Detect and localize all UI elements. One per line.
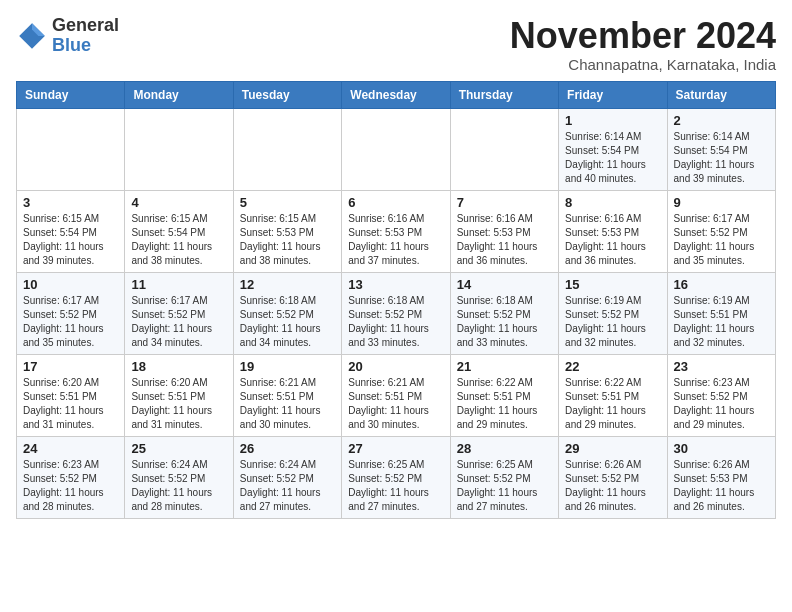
page-header: General Blue November 2024 Channapatna, … [16, 16, 776, 73]
day-info: Sunrise: 6:14 AM Sunset: 5:54 PM Dayligh… [674, 130, 769, 186]
calendar-cell: 23Sunrise: 6:23 AM Sunset: 5:52 PM Dayli… [667, 354, 775, 436]
day-number: 7 [457, 195, 552, 210]
day-number: 10 [23, 277, 118, 292]
day-info: Sunrise: 6:15 AM Sunset: 5:54 PM Dayligh… [23, 212, 118, 268]
calendar-cell: 11Sunrise: 6:17 AM Sunset: 5:52 PM Dayli… [125, 272, 233, 354]
day-info: Sunrise: 6:25 AM Sunset: 5:52 PM Dayligh… [457, 458, 552, 514]
day-number: 5 [240, 195, 335, 210]
calendar-cell: 12Sunrise: 6:18 AM Sunset: 5:52 PM Dayli… [233, 272, 341, 354]
calendar-cell: 24Sunrise: 6:23 AM Sunset: 5:52 PM Dayli… [17, 436, 125, 518]
calendar-header: SundayMondayTuesdayWednesdayThursdayFrid… [17, 81, 776, 108]
day-info: Sunrise: 6:19 AM Sunset: 5:51 PM Dayligh… [674, 294, 769, 350]
day-info: Sunrise: 6:16 AM Sunset: 5:53 PM Dayligh… [457, 212, 552, 268]
day-number: 2 [674, 113, 769, 128]
day-info: Sunrise: 6:18 AM Sunset: 5:52 PM Dayligh… [240, 294, 335, 350]
title-block: November 2024 Channapatna, Karnataka, In… [510, 16, 776, 73]
day-number: 3 [23, 195, 118, 210]
calendar-table: SundayMondayTuesdayWednesdayThursdayFrid… [16, 81, 776, 519]
calendar-cell [17, 108, 125, 190]
calendar-cell: 17Sunrise: 6:20 AM Sunset: 5:51 PM Dayli… [17, 354, 125, 436]
calendar-cell: 25Sunrise: 6:24 AM Sunset: 5:52 PM Dayli… [125, 436, 233, 518]
day-number: 30 [674, 441, 769, 456]
location-subtitle: Channapatna, Karnataka, India [510, 56, 776, 73]
day-number: 12 [240, 277, 335, 292]
calendar-cell: 22Sunrise: 6:22 AM Sunset: 5:51 PM Dayli… [559, 354, 667, 436]
day-info: Sunrise: 6:18 AM Sunset: 5:52 PM Dayligh… [457, 294, 552, 350]
day-info: Sunrise: 6:14 AM Sunset: 5:54 PM Dayligh… [565, 130, 660, 186]
calendar-cell: 20Sunrise: 6:21 AM Sunset: 5:51 PM Dayli… [342, 354, 450, 436]
calendar-cell: 29Sunrise: 6:26 AM Sunset: 5:52 PM Dayli… [559, 436, 667, 518]
day-info: Sunrise: 6:16 AM Sunset: 5:53 PM Dayligh… [565, 212, 660, 268]
calendar-cell: 30Sunrise: 6:26 AM Sunset: 5:53 PM Dayli… [667, 436, 775, 518]
calendar-cell: 7Sunrise: 6:16 AM Sunset: 5:53 PM Daylig… [450, 190, 558, 272]
calendar-cell: 6Sunrise: 6:16 AM Sunset: 5:53 PM Daylig… [342, 190, 450, 272]
calendar-cell: 5Sunrise: 6:15 AM Sunset: 5:53 PM Daylig… [233, 190, 341, 272]
logo: General Blue [16, 16, 119, 56]
calendar-cell: 13Sunrise: 6:18 AM Sunset: 5:52 PM Dayli… [342, 272, 450, 354]
logo-text: General Blue [52, 16, 119, 56]
day-number: 22 [565, 359, 660, 374]
day-number: 29 [565, 441, 660, 456]
logo-icon [16, 20, 48, 52]
calendar-cell: 27Sunrise: 6:25 AM Sunset: 5:52 PM Dayli… [342, 436, 450, 518]
calendar-cell [450, 108, 558, 190]
weekday-header: Sunday [17, 81, 125, 108]
calendar-cell: 16Sunrise: 6:19 AM Sunset: 5:51 PM Dayli… [667, 272, 775, 354]
calendar-cell [342, 108, 450, 190]
day-number: 16 [674, 277, 769, 292]
weekday-header: Monday [125, 81, 233, 108]
day-info: Sunrise: 6:20 AM Sunset: 5:51 PM Dayligh… [131, 376, 226, 432]
day-info: Sunrise: 6:17 AM Sunset: 5:52 PM Dayligh… [674, 212, 769, 268]
day-number: 8 [565, 195, 660, 210]
day-info: Sunrise: 6:22 AM Sunset: 5:51 PM Dayligh… [457, 376, 552, 432]
day-number: 15 [565, 277, 660, 292]
weekday-header: Wednesday [342, 81, 450, 108]
day-number: 24 [23, 441, 118, 456]
calendar-cell: 10Sunrise: 6:17 AM Sunset: 5:52 PM Dayli… [17, 272, 125, 354]
logo-blue: Blue [52, 36, 119, 56]
day-number: 26 [240, 441, 335, 456]
calendar-week-row: 1Sunrise: 6:14 AM Sunset: 5:54 PM Daylig… [17, 108, 776, 190]
calendar-cell: 8Sunrise: 6:16 AM Sunset: 5:53 PM Daylig… [559, 190, 667, 272]
day-number: 20 [348, 359, 443, 374]
calendar-cell: 26Sunrise: 6:24 AM Sunset: 5:52 PM Dayli… [233, 436, 341, 518]
calendar-cell [233, 108, 341, 190]
day-info: Sunrise: 6:21 AM Sunset: 5:51 PM Dayligh… [240, 376, 335, 432]
day-number: 19 [240, 359, 335, 374]
calendar-cell: 15Sunrise: 6:19 AM Sunset: 5:52 PM Dayli… [559, 272, 667, 354]
day-info: Sunrise: 6:18 AM Sunset: 5:52 PM Dayligh… [348, 294, 443, 350]
day-info: Sunrise: 6:17 AM Sunset: 5:52 PM Dayligh… [23, 294, 118, 350]
calendar-cell: 18Sunrise: 6:20 AM Sunset: 5:51 PM Dayli… [125, 354, 233, 436]
weekday-row: SundayMondayTuesdayWednesdayThursdayFrid… [17, 81, 776, 108]
day-number: 13 [348, 277, 443, 292]
day-number: 27 [348, 441, 443, 456]
weekday-header: Tuesday [233, 81, 341, 108]
day-info: Sunrise: 6:25 AM Sunset: 5:52 PM Dayligh… [348, 458, 443, 514]
calendar-cell: 19Sunrise: 6:21 AM Sunset: 5:51 PM Dayli… [233, 354, 341, 436]
weekday-header: Saturday [667, 81, 775, 108]
day-number: 6 [348, 195, 443, 210]
calendar-cell: 28Sunrise: 6:25 AM Sunset: 5:52 PM Dayli… [450, 436, 558, 518]
day-number: 18 [131, 359, 226, 374]
day-info: Sunrise: 6:24 AM Sunset: 5:52 PM Dayligh… [131, 458, 226, 514]
weekday-header: Thursday [450, 81, 558, 108]
day-info: Sunrise: 6:15 AM Sunset: 5:53 PM Dayligh… [240, 212, 335, 268]
day-number: 21 [457, 359, 552, 374]
day-number: 4 [131, 195, 226, 210]
calendar-week-row: 10Sunrise: 6:17 AM Sunset: 5:52 PM Dayli… [17, 272, 776, 354]
day-info: Sunrise: 6:26 AM Sunset: 5:53 PM Dayligh… [674, 458, 769, 514]
day-info: Sunrise: 6:21 AM Sunset: 5:51 PM Dayligh… [348, 376, 443, 432]
day-info: Sunrise: 6:20 AM Sunset: 5:51 PM Dayligh… [23, 376, 118, 432]
day-number: 1 [565, 113, 660, 128]
day-info: Sunrise: 6:19 AM Sunset: 5:52 PM Dayligh… [565, 294, 660, 350]
day-number: 14 [457, 277, 552, 292]
calendar-cell [125, 108, 233, 190]
calendar-cell: 14Sunrise: 6:18 AM Sunset: 5:52 PM Dayli… [450, 272, 558, 354]
logo-general: General [52, 16, 119, 36]
day-info: Sunrise: 6:17 AM Sunset: 5:52 PM Dayligh… [131, 294, 226, 350]
day-number: 11 [131, 277, 226, 292]
day-number: 9 [674, 195, 769, 210]
day-info: Sunrise: 6:16 AM Sunset: 5:53 PM Dayligh… [348, 212, 443, 268]
weekday-header: Friday [559, 81, 667, 108]
calendar-cell: 21Sunrise: 6:22 AM Sunset: 5:51 PM Dayli… [450, 354, 558, 436]
